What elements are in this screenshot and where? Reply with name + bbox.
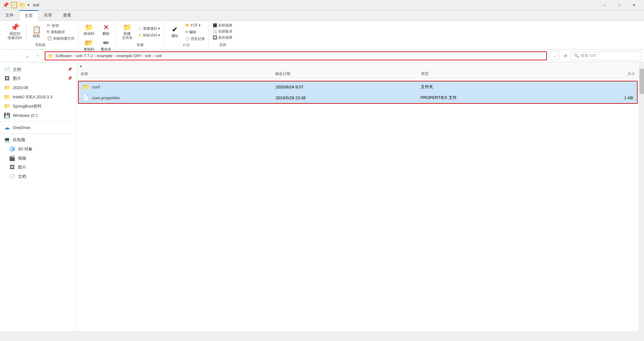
up-button[interactable]: ↑ [33, 51, 42, 60]
file-col-date-conf: 2020/8/24 9:07 [276, 85, 421, 89]
sidebar-item-2020-08[interactable]: 📁 2020-08 [0, 83, 76, 92]
sidebar-item-this-pc[interactable]: 💻 此电脑 [0, 135, 76, 144]
invert-select-button[interactable]: 🔲 反向选择 [211, 35, 234, 40]
file-col-date-core: 2019/5/28 23:38 [276, 95, 421, 100]
tab-home[interactable]: 主页 [19, 10, 38, 21]
paste-button[interactable]: 📋 粘贴 [28, 25, 44, 39]
header-size[interactable]: 大小 [567, 71, 635, 77]
sidebar-label-springboot: SpringBoot资料 [13, 103, 42, 109]
file-list-header: 名称 修改日期 类型 大小 [77, 70, 639, 78]
tab-view[interactable]: 查看 [57, 10, 77, 20]
pin-icon: 📌 [11, 24, 19, 31]
tab-file[interactable]: 文件 [0, 10, 19, 20]
open-label: 打开 [183, 42, 190, 48]
doc-icon: 📄 [4, 66, 10, 72]
header-name[interactable]: 名称 [80, 71, 275, 77]
crumb-solr[interactable]: solr [145, 53, 151, 58]
header-date[interactable]: 修改日期 [275, 71, 421, 77]
organize-items: 📁 移动到 📂 复制到 ✕ 删除 ✏ 重命名 [81, 23, 114, 53]
forward-button[interactable]: → [13, 51, 22, 60]
img-icon: 🖼 [4, 76, 10, 81]
crumb-software[interactable]: Software [55, 53, 72, 58]
select-none-button[interactable]: ⬜ 全部取消 [211, 29, 234, 34]
doc2-icon: 📄 [9, 173, 15, 179]
folder-springboot-icon: 📁 [4, 103, 10, 109]
search-icon: 🔍 [574, 53, 579, 58]
copy-to-button[interactable]: 📂 复制到 [81, 38, 97, 53]
file-row-core-properties[interactable]: 📄 core.properties 2019/5/28 23:38 PROPER… [79, 92, 637, 103]
sidebar-item-onedrive[interactable]: ☁ OneDrive [0, 123, 76, 132]
scrollbar-thumb[interactable] [640, 69, 644, 94]
sidebar-item-pictures[interactable]: 🖼 图片 📌 [0, 74, 76, 83]
sidebar-item-windows-c[interactable]: 💾 Windows (C:) [0, 111, 76, 120]
new-small-btns: 📄 新建项目 ▾ ⚡ 轻松访问 ▾ [136, 26, 161, 38]
file-col-type-core: PROPERTIES 文件 [421, 95, 566, 101]
file-name-core: core.properties [92, 95, 120, 100]
copy-icon: 📂 [85, 40, 93, 47]
sidebar-label-pictures: 图片 [13, 76, 21, 81]
rename-button[interactable]: ✏ 重命名 [98, 38, 114, 53]
content-toolbar: ▲ [77, 62, 639, 70]
address-dropdown-button[interactable]: ⌄ [550, 51, 559, 60]
easy-access-button[interactable]: ⚡ 轻松访问 ▾ [136, 33, 161, 38]
crumb-solr2[interactable]: solr [155, 53, 162, 58]
sidebar-label-3d: 3D 对象 [18, 146, 33, 152]
pin-pictures-icon[interactable]: 📌 [67, 76, 73, 81]
sidebar-label-pictures2: 图片 [18, 164, 26, 170]
new-items: 📁 新建 文件夹 📄 新建项目 ▾ ⚡ 轻松访问 ▾ [119, 23, 161, 41]
main-layout: 📄 文档 📌 🖼 图片 📌 📁 2020-08 📁 IntelliJ IDEA … [0, 62, 644, 331]
sidebar-label-intellij: IntelliJ IDEA 2019.3.3 [13, 95, 52, 99]
properties-button[interactable]: ✔ 属性 [167, 25, 183, 39]
edit-button[interactable]: ✏ 编辑 [184, 29, 206, 35]
crumb-solr772[interactable]: solr-7.7.2 [76, 53, 93, 58]
file-col-type-conf: 文件夹 [421, 84, 566, 90]
sidebar-label-documents: 文档 [13, 67, 21, 72]
pin-quickaccess-button[interactable]: 📌 固定到 快速访问 [5, 23, 24, 41]
paste-shortcut-button[interactable]: 📋粘贴快捷方式 [46, 35, 76, 41]
header-type[interactable]: 类型 [421, 71, 567, 77]
3d-icon: 🧊 [9, 146, 15, 152]
select-label: 选择 [219, 41, 226, 47]
file-col-name-conf: 📁 conf [82, 83, 276, 90]
crumb-example[interactable]: example [97, 53, 112, 58]
back-button[interactable]: ← [3, 51, 12, 60]
open-button[interactable]: 📂 打开 ▾ [184, 23, 206, 28]
selection-highlight-box: 📁 conf 2020/8/24 9:07 文件夹 📄 core.propert… [78, 81, 638, 104]
maximize-button[interactable]: □ [612, 0, 627, 10]
tab-share[interactable]: 共享 [38, 10, 57, 20]
file-row-conf[interactable]: 📁 conf 2020/8/24 9:07 文件夹 [79, 81, 637, 92]
crumb-example-dih[interactable]: example-DIH [117, 53, 141, 58]
select-all-button[interactable]: ⬛ 全部选择 [211, 23, 234, 28]
minimize-button[interactable]: ─ [597, 0, 612, 10]
new-folder-button[interactable]: 📁 新建 文件夹 [119, 23, 135, 41]
refresh-button[interactable]: ↺ [561, 51, 570, 60]
pin-documents-icon[interactable]: 📌 [67, 67, 73, 72]
new-item-button[interactable]: 📄 新建项目 ▾ [136, 26, 161, 31]
scrollbar[interactable] [639, 62, 644, 331]
close-button[interactable]: ✕ [627, 0, 641, 10]
copy-path-button[interactable]: ⎘复制路径 [46, 29, 76, 35]
dropdown-button[interactable]: ⌄ [23, 51, 32, 60]
address-folder-icon: 📁 [48, 53, 53, 58]
window-controls: ─ □ ✕ [597, 0, 641, 10]
cut-button[interactable]: ✂剪切 [46, 23, 76, 28]
search-bar[interactable]: 🔍 搜索"solr" [571, 51, 641, 60]
select-items: ⬛ 全部选择 ⬜ 全部取消 🔲 反向选择 [211, 23, 234, 41]
sidebar-item-3d[interactable]: 🧊 3D 对象 [0, 144, 76, 154]
sidebar-label-video: 视频 [18, 155, 26, 161]
address-bar[interactable]: 📁 Software › solr-7.7.2 › example › exam… [45, 51, 547, 60]
move-to-button[interactable]: 📁 移动到 [81, 23, 97, 37]
ribbon-group-organize: 📁 移动到 📂 复制到 ✕ 删除 ✏ 重命名 组织 [79, 22, 117, 48]
sidebar-item-video[interactable]: 🎬 视频 [0, 154, 76, 163]
delete-button[interactable]: ✕ 删除 [99, 23, 113, 37]
search-placeholder: 搜索"solr" [580, 53, 597, 58]
sidebar-item-pictures2[interactable]: 🖼 图片 [0, 163, 76, 172]
sidebar-item-documents2[interactable]: 📄 文档 [0, 172, 76, 181]
sidebar-item-intellij[interactable]: 📁 IntelliJ IDEA 2019.3.3 [0, 92, 76, 102]
history-button[interactable]: 🕐 历史记录 [184, 36, 206, 42]
paste-label: 粘贴 [33, 34, 40, 38]
sidebar-item-documents[interactable]: 📄 文档 📌 [0, 65, 76, 74]
sidebar-item-springboot[interactable]: 📁 SpringBoot资料 [0, 102, 76, 111]
folder-conf-icon: 📁 [82, 83, 89, 90]
open-col1: ✔ 属性 [167, 25, 183, 39]
